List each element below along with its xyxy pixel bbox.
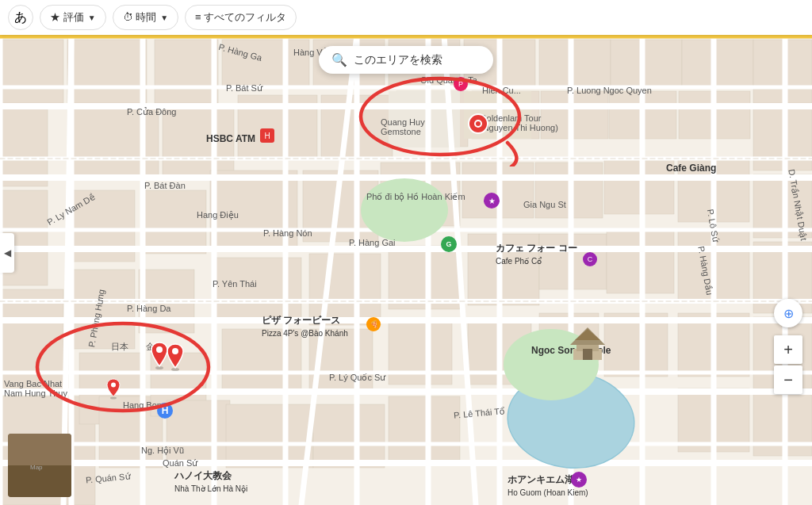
svg-point-4 bbox=[110, 397, 117, 400]
language-button[interactable]: あ bbox=[8, 5, 33, 30]
svg-point-5 bbox=[111, 383, 116, 388]
collapse-button[interactable]: ◀ bbox=[0, 233, 14, 273]
rating-filter-button[interactable]: ★ 評価 ▼ bbox=[40, 5, 106, 30]
ngoc-son-marker bbox=[567, 321, 608, 362]
svg-point-1 bbox=[156, 346, 163, 353]
map-canvas bbox=[0, 0, 812, 505]
toolbar: あ ★ 評価 ▼ ⏱ 時間 ▼ ≡ すべてのフィルタ bbox=[0, 0, 812, 35]
zoom-controls: ⊕ + − bbox=[774, 299, 802, 394]
svg-marker-9 bbox=[575, 329, 600, 340]
pho-di-bo-marker: ★ bbox=[484, 193, 500, 209]
time-filter-button[interactable]: ⏱ 時間 ▼ bbox=[113, 5, 179, 30]
pin-2[interactable] bbox=[165, 342, 186, 371]
goldenlam-marker[interactable] bbox=[468, 113, 488, 134]
search-box[interactable]: 🔍 このエリアを検索 bbox=[319, 46, 493, 74]
svg-rect-10 bbox=[583, 349, 592, 360]
hoan-kiem-marker: ★ bbox=[571, 472, 587, 488]
location-icon: ⊕ bbox=[783, 306, 794, 321]
hospital-marker: H bbox=[157, 403, 173, 419]
thumbnail-canvas bbox=[8, 434, 71, 497]
map-thumbnail[interactable] bbox=[8, 434, 71, 497]
map-container[interactable]: あ ★ 評価 ▼ ⏱ 時間 ▼ ≡ すべてのフィルタ 🔍 このエリアを検索 Ba… bbox=[0, 0, 812, 505]
old-quarter-marker: P bbox=[454, 77, 468, 91]
pin-3[interactable] bbox=[105, 377, 121, 400]
zoom-out-button[interactable]: − bbox=[774, 365, 802, 394]
zoom-in-button[interactable]: + bbox=[774, 335, 802, 364]
search-icon: 🔍 bbox=[331, 52, 347, 67]
cafe-foo-marker: C bbox=[583, 252, 597, 266]
search-text: このエリアを検索 bbox=[354, 53, 442, 67]
hang-gai-marker: G bbox=[441, 236, 457, 252]
pizza-marker: 🍕 bbox=[366, 317, 381, 331]
hsbc-marker: H bbox=[260, 128, 274, 143]
my-location-button[interactable]: ⊕ bbox=[774, 299, 802, 327]
all-filters-button[interactable]: ≡ すべてのフィルタ bbox=[185, 5, 297, 30]
svg-point-3 bbox=[172, 348, 178, 354]
